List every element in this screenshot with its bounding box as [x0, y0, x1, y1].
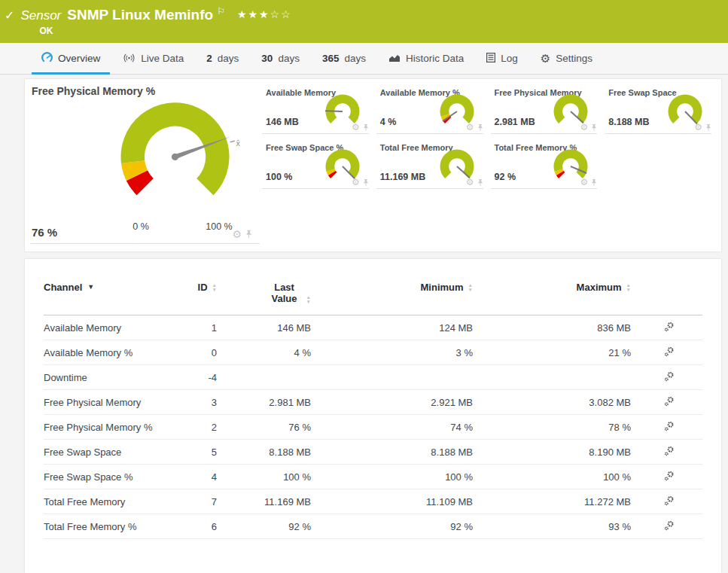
channel-maximum: 836 MB [597, 322, 631, 334]
channel-name[interactable]: Free Physical Memory % [44, 422, 173, 433]
tile-pin-icon[interactable] [477, 123, 483, 132]
gauge-tile: Total Free Memory 11.169 MB ⚙ [374, 139, 489, 189]
channel-maximum: 8.190 MB [589, 447, 631, 458]
channel-last-value: 2.981 MB [269, 397, 311, 408]
main-gauge-chart: x̄ [105, 87, 245, 206]
priority-stars[interactable]: ★★★☆☆ [237, 8, 292, 20]
channel-name[interactable]: Downtime [44, 372, 173, 383]
tab-live-data[interactable]: Live Data [111, 43, 195, 74]
tile-settings-gear-icon[interactable]: ⚙ [352, 178, 360, 187]
tile-pin-icon[interactable] [705, 123, 711, 132]
channel-last-value: 8.188 MB [269, 447, 311, 458]
channel-maximum: 11.272 MB [584, 496, 631, 507]
channel-table-row[interactable]: Total Free Memory % 6 92 % 92 % 93 % [44, 514, 702, 539]
tab-day-count: 30 [261, 53, 273, 64]
tab-log[interactable]: Log [475, 43, 529, 74]
main-gauge: Free Physical Memory % x̄ 0 % 100 % 76 %… [30, 79, 260, 244]
channel-minimum: 100 % [445, 471, 473, 483]
channel-maximum: 78 % [608, 422, 631, 433]
gauge-tile: Free Physical Memory 2.981 MB ⚙ [489, 84, 603, 134]
favorite-flag-icon[interactable]: ⚐ [217, 6, 225, 17]
tab-365-days[interactable]: 365 days [311, 43, 377, 74]
tab-overview[interactable]: Overview [30, 43, 111, 74]
channel-table-row[interactable]: Total Free Memory 7 11.169 MB 11.109 MB … [44, 489, 702, 514]
channel-name[interactable]: Available Memory [44, 322, 173, 334]
tile-value: 4 % [380, 117, 397, 127]
channel-table-row[interactable]: Downtime -4 [44, 365, 702, 390]
edit-channel-gears-icon[interactable] [664, 346, 675, 357]
channel-table-row[interactable]: Free Physical Memory 3 2.981 MB 2.921 MB… [44, 390, 702, 415]
gauge-tile: Available Memory % 4 % ⚙ [374, 84, 489, 134]
edit-channel-gears-icon[interactable] [664, 396, 675, 407]
column-header-channel[interactable]: Channel▼ [44, 282, 173, 293]
tile-settings-gear-icon[interactable]: ⚙ [466, 123, 474, 132]
edit-channel-gears-icon[interactable] [664, 371, 675, 382]
edit-channel-gears-icon[interactable] [664, 520, 675, 531]
channel-name[interactable]: Free Swap Space [44, 447, 173, 458]
gauge-tile: Free Swap Space 8.188 MB ⚙ [602, 84, 717, 134]
channel-table-body: Available Memory 1 146 MB 124 MB 836 MB … [44, 315, 702, 539]
channel-name[interactable]: Total Free Memory % [44, 521, 173, 532]
channel-name[interactable]: Free Swap Space % [44, 471, 173, 483]
column-header-id[interactable]: ID▲▼ [198, 282, 217, 293]
broadcast-icon [123, 53, 136, 64]
tab-2-days[interactable]: 2 days [195, 43, 250, 74]
channel-table-row[interactable]: Free Physical Memory % 2 76 % 74 % 78 % [44, 415, 702, 440]
tile-settings-gear-icon[interactable]: ⚙ [580, 178, 588, 187]
tile-value: 146 MB [266, 117, 299, 127]
channel-last-value: 146 MB [277, 322, 311, 334]
gauge-tile: Free Swap Space % 100 % ⚙ [260, 139, 374, 189]
gauge-tile: Available Memory 146 MB ⚙ [260, 84, 374, 134]
channel-name[interactable]: Available Memory % [44, 347, 173, 358]
tile-pin-icon[interactable] [591, 123, 597, 132]
tile-value: 8.188 MB [608, 117, 649, 127]
tab-historic-data[interactable]: Historic Data [377, 43, 475, 74]
sensor-status-badge: OK [39, 26, 291, 36]
column-header-last-value[interactable]: Last Value▲▼ [267, 282, 311, 304]
channel-minimum: 3 % [456, 347, 473, 358]
column-header-minimum[interactable]: Minimum▲▼ [421, 282, 474, 293]
tab-day-count: 2 [206, 53, 212, 64]
chart-icon [388, 53, 401, 64]
channel-id: 1 [212, 322, 217, 334]
sort-toggle-icon: ▲▼ [468, 282, 473, 291]
channel-id: 6 [212, 521, 217, 532]
edit-channel-gears-icon[interactable] [664, 446, 675, 456]
gauge-settings-gear-icon[interactable]: ⚙ [232, 229, 242, 239]
tab-label: days [218, 53, 239, 64]
tab-label: Overview [58, 53, 100, 64]
tile-pin-icon[interactable] [363, 123, 369, 132]
tile-settings-gear-icon[interactable]: ⚙ [466, 178, 474, 187]
tile-pin-icon[interactable] [477, 178, 483, 187]
channel-last-value: 4 % [294, 347, 311, 358]
tile-settings-gear-icon[interactable]: ⚙ [694, 123, 702, 132]
channel-name[interactable]: Free Physical Memory [44, 397, 173, 408]
tile-pin-icon[interactable] [591, 178, 597, 187]
channel-id: 7 [212, 496, 217, 507]
tab-label: Settings [556, 53, 592, 64]
tile-pin-icon[interactable] [363, 178, 369, 187]
edit-channel-gears-icon[interactable] [664, 322, 675, 332]
channel-table-row[interactable]: Available Memory 1 146 MB 124 MB 836 MB [44, 315, 702, 340]
edit-channel-gears-icon[interactable] [664, 421, 675, 431]
edit-channel-gears-icon[interactable] [664, 495, 675, 506]
channel-name[interactable]: Total Free Memory [44, 496, 173, 507]
channel-table-row[interactable]: Free Swap Space 5 8.188 MB 8.188 MB 8.19… [44, 440, 702, 465]
sensor-header: ✓ Sensor SNMP Linux Meminfo ⚐ ★★★☆☆ OK [0, 0, 728, 43]
tile-settings-gear-icon[interactable]: ⚙ [352, 123, 360, 132]
tab-30-days[interactable]: 30 days [250, 43, 311, 74]
gauge-scale-min: 0 % [118, 221, 163, 232]
sensor-title-block: Sensor SNMP Linux Meminfo ⚐ ★★★☆☆ OK [20, 7, 291, 36]
gauge-pin-icon[interactable] [245, 230, 252, 239]
tile-settings-gear-icon[interactable]: ⚙ [580, 123, 588, 132]
main-gauge-value: 76 % [32, 226, 57, 239]
sensor-name: SNMP Linux Meminfo [67, 7, 213, 23]
tile-value: 11.169 MB [380, 172, 425, 182]
channel-last-value: 100 % [283, 471, 311, 483]
channel-table-row[interactable]: Available Memory % 0 4 % 3 % 21 % [44, 340, 702, 365]
channel-table-row[interactable]: Free Swap Space % 4 100 % 100 % 100 % [44, 465, 702, 489]
gauge-icon [41, 52, 53, 65]
edit-channel-gears-icon[interactable] [664, 471, 675, 481]
column-header-maximum[interactable]: Maximum▲▼ [577, 282, 631, 293]
tab-settings[interactable]: ⚙ Settings [529, 43, 604, 74]
